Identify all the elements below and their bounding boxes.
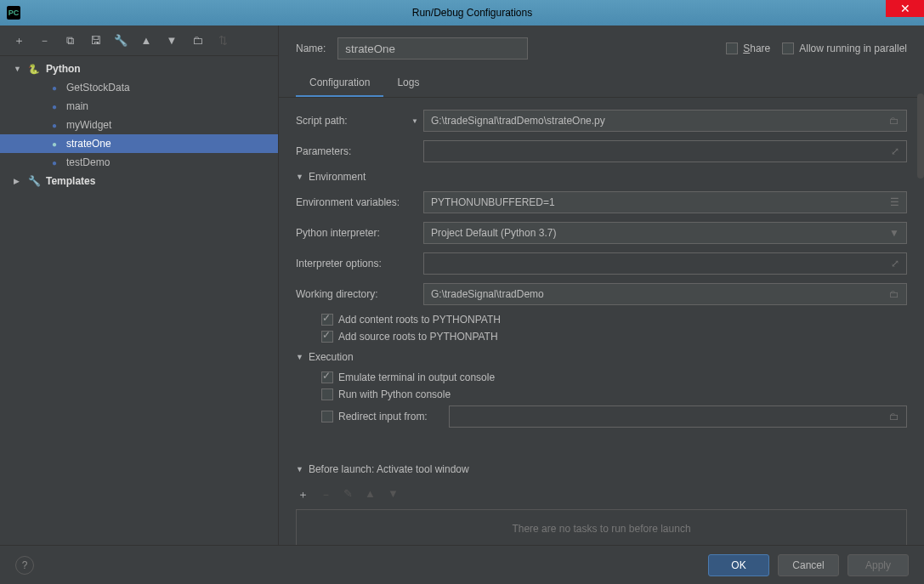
python-file-icon: ● [48,137,61,150]
tree-item-getstockdata[interactable]: ● GetStockData [0,78,278,97]
add-icon[interactable]: ＋ [12,34,26,48]
checkbox-icon [321,411,333,422]
scrollbar[interactable] [917,94,924,179]
apply-button[interactable]: Apply [847,554,909,576]
tab-logs[interactable]: Logs [383,70,433,97]
tree-item-main[interactable]: ● main [0,97,278,116]
tree-item-strateone[interactable]: ● strateOne [0,134,278,153]
tree-label: testDemo [66,156,110,168]
remove-icon[interactable]: － [320,487,332,502]
titlebar: PC Run/Debug Configurations ✕ [0,0,924,26]
tree-label: Templates [46,175,95,187]
sidebar-toolbar: ＋ － ⧉ 🖫 🔧 ▲ ▼ 🗀 ⇅ [0,26,278,56]
environment-section[interactable]: ▼Environment [296,171,907,183]
tree-label: myWidget [66,119,111,131]
interp-opts-input[interactable]: ⤢ [423,252,907,275]
allow-parallel-checkbox[interactable]: Allow running in parallel [782,43,907,54]
tree-label: strateOne [66,138,111,150]
app-icon: PC [7,6,20,20]
expand-icon[interactable]: ⤢ [891,258,899,269]
list-icon[interactable]: ☰ [890,196,899,208]
workdir-label: Working directory: [296,288,423,300]
cancel-button[interactable]: Cancel [778,554,839,576]
redirect-input-checkbox[interactable]: Redirect input from: [321,411,449,422]
checkbox-icon [726,43,738,54]
tree-item-testdemo[interactable]: ● testDemo [0,153,278,172]
tab-configuration[interactable]: Configuration [296,70,383,97]
down-icon[interactable]: ▼ [388,487,399,502]
checkbox-icon [321,331,333,343]
python-file-icon: ● [48,81,61,94]
workdir-input[interactable]: G:\tradeSignal\tradDemo🗀 [423,283,907,305]
script-path-dropdown[interactable]: Script path:▼ [296,115,423,127]
edit-icon[interactable]: ✎ [343,487,353,502]
before-launch-toolbar: ＋ － ✎ ▲ ▼ [298,484,907,509]
add-icon[interactable]: ＋ [298,487,309,502]
add-source-roots-checkbox[interactable]: Add source roots to PYTHONPATH [321,331,498,343]
copy-icon[interactable]: ⧉ [63,34,77,48]
main-panel: Name: Share Allow running in parallel Co… [279,26,924,545]
interp-opts-label: Interpreter options: [296,258,423,269]
interpreter-select[interactable]: Project Default (Python 3.7)▼ [423,222,907,244]
redirect-input-field[interactable]: 🗀 [449,405,907,428]
execution-section[interactable]: ▼Execution [296,351,907,363]
chevron-down-icon: ▼ [296,173,303,181]
tree-label: main [66,100,88,112]
folder-icon[interactable]: 🗀 [889,115,899,127]
sort-icon[interactable]: ⇅ [216,34,230,48]
checkbox-icon [321,314,333,326]
checkbox-icon [321,388,333,400]
expand-icon: ▼ [14,65,24,73]
down-icon[interactable]: ▼ [165,34,179,48]
sidebar: ＋ － ⧉ 🖫 🔧 ▲ ▼ 🗀 ⇅ ▼ 🐍 Python ● GetStockD… [0,26,279,545]
name-label: Name: [296,43,326,54]
window-title: Run/Debug Configurations [20,7,924,19]
ok-button[interactable]: OK [708,554,769,576]
wrench-icon: 🔧 [27,174,41,188]
share-checkbox[interactable]: Share [726,43,770,54]
chevron-down-icon[interactable]: ▼ [889,227,899,239]
parameters-input[interactable]: ⤢ [423,140,907,162]
chevron-down-icon: ▼ [296,465,303,473]
form-area: Script path:▼ G:\tradeSignal\tradDemo\st… [279,98,924,545]
up-icon[interactable]: ▲ [139,34,153,48]
expand-icon: ▶ [14,177,24,185]
tree-item-mywidget[interactable]: ● myWidget [0,116,278,134]
tabs: Configuration Logs [279,70,924,98]
chevron-down-icon: ▼ [411,117,418,125]
name-input[interactable] [337,37,527,60]
name-row: Name: Share Allow running in parallel [279,26,924,65]
no-tasks-label: There are no tasks to run before launch [512,523,690,535]
python-file-icon: ● [48,156,61,169]
remove-icon[interactable]: － [37,34,51,48]
tree-label: Python [46,63,81,75]
footer: ? OK Cancel Apply [0,545,924,584]
tree-label: GetStockData [66,82,130,94]
before-launch-tasks: There are no tasks to run before launch [296,509,907,545]
env-vars-label: Environment variables: [296,196,423,208]
before-launch-section[interactable]: ▼Before launch: Activate tool window [296,463,907,475]
script-path-input[interactable]: G:\tradeSignal\tradDemo\strateOne.py🗀 [423,110,907,132]
folder-icon[interactable]: 🗀 [889,411,899,422]
python-file-icon: ● [48,118,61,132]
interpreter-label: Python interpreter: [296,227,423,239]
env-vars-input[interactable]: PYTHONUNBUFFERED=1☰ [423,191,907,213]
checkbox-icon [782,43,794,54]
expand-icon[interactable]: ⤢ [891,145,899,157]
folder-icon[interactable]: 🗀 [190,34,204,48]
emulate-terminal-checkbox[interactable]: Emulate terminal in output console [321,371,495,383]
close-button[interactable]: ✕ [886,0,924,17]
wrench-icon[interactable]: 🔧 [114,34,128,48]
config-tree: ▼ 🐍 Python ● GetStockData ● main ● myWid… [0,56,278,545]
tree-node-python[interactable]: ▼ 🐍 Python [0,60,278,78]
tree-node-templates[interactable]: ▶ 🔧 Templates [0,172,278,190]
python-file-icon: ● [48,99,61,113]
parameters-label: Parameters: [296,145,423,157]
save-icon[interactable]: 🖫 [88,34,102,48]
help-button[interactable]: ? [15,556,34,575]
chevron-down-icon: ▼ [296,353,303,361]
up-icon[interactable]: ▲ [365,487,376,502]
folder-icon[interactable]: 🗀 [889,288,899,300]
add-content-roots-checkbox[interactable]: Add content roots to PYTHONPATH [321,314,501,326]
run-py-console-checkbox[interactable]: Run with Python console [321,388,451,400]
